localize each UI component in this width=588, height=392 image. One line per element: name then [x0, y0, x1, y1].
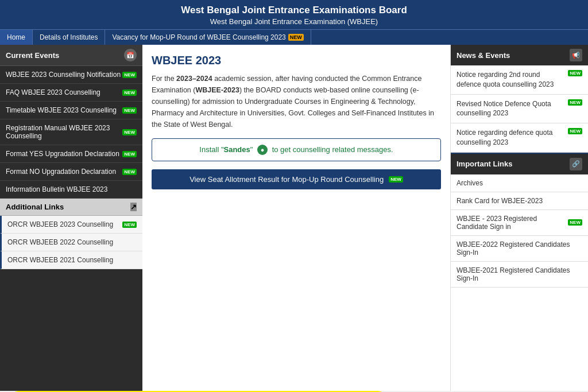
new-badge-4: NEW: [122, 151, 137, 157]
imp-link-archives[interactable]: Archives: [451, 174, 588, 192]
news-events-section: News & Events 📢 Notice regarding 2nd rou…: [451, 45, 588, 153]
imp-link-2023-signin[interactable]: WBJEE - 2023 Registered Candidate Sign i…: [451, 210, 588, 236]
add-link-0[interactable]: ORCR WBJEEB 2023 Counselling NEW: [0, 216, 142, 234]
nav-bar: Home Details of Institutes Vacancy for M…: [0, 29, 588, 45]
new-badge-1: NEW: [122, 90, 137, 96]
news-item-2[interactable]: Notice regarding defence quota counselli…: [451, 123, 588, 153]
main-title: West Bengal Joint Entrance Examinations …: [2, 5, 586, 16]
current-events-title: Current Events 📅: [0, 45, 142, 66]
additional-icon: ↗: [130, 203, 137, 211]
new-badge-2: NEW: [122, 107, 137, 114]
left-sidebar: Current Events 📅 WBJEE 2023 Counselling …: [0, 45, 142, 391]
sidebar-item-0[interactable]: WBJEE 2023 Counselling Notification NEW: [0, 66, 142, 84]
add-link-1[interactable]: ORCR WBJEEB 2022 Counselling: [0, 234, 142, 251]
sidebar-item-4[interactable]: Format YES Upgradation Declaration NEW: [0, 145, 142, 163]
new-badge-nav: NEW: [288, 34, 304, 41]
sidebar-item-2[interactable]: Timetable WBJEE 2023 Counselling NEW: [0, 102, 142, 119]
new-badge-3: NEW: [122, 129, 137, 135]
sidebar-item-5[interactable]: Format NO Upgradation Declaration NEW: [0, 163, 142, 181]
add-link-2[interactable]: ORCR WBJEEB 2021 Counselling: [0, 251, 142, 269]
new-badge-btn: NEW: [389, 176, 403, 183]
news-events-title: News & Events 📢: [451, 45, 588, 65]
nav-vacancy[interactable]: Vacancy for Mop-UP Round of WBJEE Counse…: [105, 30, 311, 45]
sidebar-item-1[interactable]: FAQ WBJEE 2023 Counselling NEW: [0, 84, 142, 102]
content-title: WBJEE 2023: [152, 54, 441, 67]
news-icon: 📢: [570, 49, 582, 61]
new-badge-0: NEW: [122, 72, 137, 78]
seat-allotment-button[interactable]: View Seat Allotment Result for Mop-Up Ro…: [152, 169, 441, 189]
new-badge-5: NEW: [122, 169, 137, 175]
sub-title: West Bengal Joint Entrance Examination (…: [2, 17, 586, 26]
right-sidebar: News & Events 📢 Notice regarding 2nd rou…: [450, 45, 588, 391]
important-links-section: Important Links 🔗 Archives Rank Card for…: [451, 153, 588, 288]
imp-link-2021-signin[interactable]: WBJEE-2021 Registered Candidates Sign-In: [451, 262, 588, 288]
center-content: WBJEE 2023 For the 2023–2024 academic se…: [142, 45, 450, 391]
main-layout: Current Events 📅 WBJEE 2023 Counselling …: [0, 45, 588, 391]
install-sandes-box[interactable]: Install "Sandes" ● to get counselling re…: [152, 138, 441, 161]
sidebar-item-6[interactable]: Information Bulletin WBJEE 2023: [0, 181, 142, 199]
additional-links-section: Additional Links ↗ ORCR WBJEEB 2023 Coun…: [0, 199, 142, 269]
imp-link-rank-card[interactable]: Rank Card for WBJEE-2023: [451, 192, 588, 210]
nav-institutes[interactable]: Details of Institutes: [33, 30, 105, 45]
link-icon: 🔗: [570, 158, 582, 170]
site-header: West Bengal Joint Entrance Examinations …: [0, 0, 588, 29]
news-item-0[interactable]: Notice regarding 2nd round defence quota…: [451, 65, 588, 95]
news-item-1[interactable]: Revised Notice Defence Quota counselling…: [451, 95, 588, 124]
sandes-icon: ●: [257, 145, 268, 155]
sidebar-item-3[interactable]: Registration Manual WBJEE 2023 Counselli…: [0, 119, 142, 145]
calendar-icon: 📅: [124, 49, 137, 61]
nav-home[interactable]: Home: [0, 30, 33, 45]
important-links-title: Important Links 🔗: [451, 154, 588, 174]
additional-links-title: Additional Links ↗: [0, 199, 142, 216]
imp-link-2022-signin[interactable]: WBJEE-2022 Registered Candidates Sign-In: [451, 236, 588, 262]
content-paragraph: For the 2023–2024 academic session, afte…: [152, 73, 441, 130]
